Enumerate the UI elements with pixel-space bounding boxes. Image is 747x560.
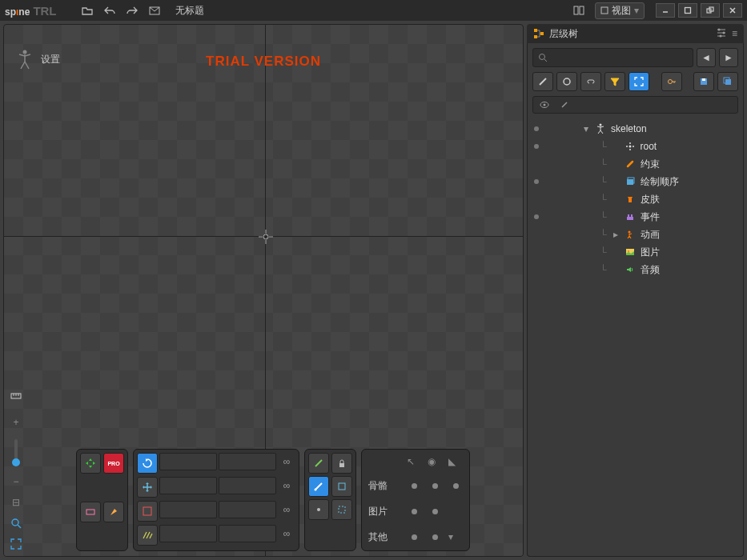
maximize-button[interactable]: [678, 3, 697, 18]
hierarchy-panel: 层级树 ≡ ◄ ►: [527, 24, 744, 557]
pose-tool[interactable]: [308, 476, 329, 497]
root-icon: [625, 141, 636, 152]
compensate-icon[interactable]: [331, 476, 352, 497]
shear-tool[interactable]: [137, 525, 158, 546]
viewport-left-tools: + − ⊟: [9, 391, 23, 551]
link-icon-2[interactable]: ∞: [278, 477, 295, 494]
translate-y-field[interactable]: [219, 477, 276, 494]
tree-row[interactable]: ▾skeleton: [532, 120, 738, 138]
search-input[interactable]: [532, 48, 693, 67]
tool-panels: PRO ∞ ∞: [76, 449, 470, 551]
move-tool[interactable]: [80, 453, 101, 474]
expand-toggle[interactable]: ▾: [582, 123, 590, 134]
zoom-slider[interactable]: [14, 439, 18, 465]
weights-tool[interactable]: [80, 502, 101, 522]
focus-icon[interactable]: [629, 72, 649, 91]
hierarchy-tree[interactable]: ▾skeleton└root└约束└绘制顺序└皮肤└事件└▸动画└图片└音频: [532, 117, 738, 282]
close-button[interactable]: [723, 3, 742, 18]
key-icon[interactable]: [661, 72, 682, 91]
tree-row[interactable]: └约束: [532, 155, 738, 173]
svg-point-54: [629, 146, 631, 148]
transform-panel: PRO: [76, 449, 128, 551]
viewport[interactable]: 设置 TRIAL VERSION + − ⊟ PRO: [3, 24, 524, 557]
toggle-dot[interactable]: [534, 126, 539, 131]
layout-icon[interactable]: [571, 2, 587, 18]
svg-point-37: [719, 34, 721, 37]
mail-icon[interactable]: [147, 2, 163, 18]
tree-row[interactable]: └音频: [532, 261, 738, 278]
vis-images-select[interactable]: [412, 509, 417, 514]
svg-point-13: [23, 50, 27, 54]
tree-row[interactable]: └事件: [532, 208, 738, 226]
bone-tool[interactable]: [308, 453, 329, 474]
undo-icon[interactable]: [102, 2, 118, 18]
link-icon-4[interactable]: ∞: [278, 525, 295, 542]
create-tool[interactable]: [103, 502, 124, 522]
scale-y-field[interactable]: [219, 501, 276, 518]
bone-filter[interactable]: [532, 72, 553, 91]
minimize-button[interactable]: [656, 3, 675, 18]
tree-row[interactable]: └▸动画: [532, 226, 738, 243]
vis-other-select[interactable]: [412, 534, 417, 540]
one-to-one-icon[interactable]: ⊟: [9, 495, 23, 510]
view-dropdown[interactable]: 视图 ▾: [595, 2, 645, 19]
link-icon-3[interactable]: ∞: [278, 501, 295, 518]
tree-row[interactable]: └图片: [532, 243, 738, 261]
rotate-field-2[interactable]: [219, 453, 276, 470]
save-icon[interactable]: [693, 72, 714, 91]
toggle-dot[interactable]: [534, 144, 539, 149]
pro-badge[interactable]: PRO: [103, 453, 124, 474]
toggle-dot[interactable]: [534, 179, 539, 184]
plus-icon[interactable]: +: [9, 415, 23, 430]
scale-x-field[interactable]: [159, 501, 217, 518]
link-icon[interactable]: ∞: [278, 453, 295, 470]
svg-point-57: [629, 142, 631, 144]
menu-icon[interactable]: ≡: [732, 28, 737, 39]
next-button[interactable]: ►: [719, 48, 738, 67]
prev-button[interactable]: ◄: [697, 48, 716, 67]
mode-label[interactable]: 设置: [17, 49, 60, 70]
shear-y-field[interactable]: [219, 525, 276, 542]
slot-filter[interactable]: [556, 72, 577, 91]
link-col-icon[interactable]: [560, 101, 568, 109]
tree-row[interactable]: └绘制顺序: [532, 173, 738, 190]
svg-line-53: [600, 130, 603, 134]
tree-row[interactable]: └root: [532, 138, 738, 155]
shear-x-field[interactable]: [159, 525, 217, 542]
svg-rect-43: [702, 78, 705, 81]
expand-toggle[interactable]: ▸: [612, 229, 620, 240]
hierarchy-title: 层级树: [549, 27, 578, 41]
open-icon[interactable]: [79, 2, 95, 18]
rotate-field[interactable]: [159, 453, 217, 470]
visibility-col-icon[interactable]: [540, 101, 549, 109]
translate-tool[interactable]: [137, 477, 158, 498]
options-icon[interactable]: [308, 499, 329, 520]
attachment-filter[interactable]: [580, 72, 601, 91]
tree-item-label: 皮肤: [641, 193, 660, 206]
app-logo: spιne: [5, 4, 30, 18]
restore-button[interactable]: [701, 3, 720, 18]
vis-other-show[interactable]: [432, 534, 438, 540]
vis-bones-select[interactable]: [412, 483, 417, 489]
vis-bones-show[interactable]: [432, 483, 438, 489]
visibility-panel: ↖ ◉ ◣ 骨骼 图片 其他 ▾: [361, 449, 470, 551]
ruler-icon[interactable]: [9, 391, 23, 406]
minus-icon[interactable]: −: [9, 474, 23, 489]
toggle-dot[interactable]: [534, 214, 539, 219]
save-all-icon[interactable]: [717, 72, 738, 91]
scale-tool[interactable]: [137, 501, 158, 522]
translate-x-field[interactable]: [159, 477, 217, 494]
pose-lock[interactable]: [331, 453, 352, 474]
rotate-tool[interactable]: [137, 453, 158, 474]
bounds-icon[interactable]: [331, 499, 352, 520]
vis-bones-name[interactable]: [453, 483, 459, 489]
settings-icon[interactable]: [716, 28, 727, 40]
fit-icon[interactable]: [9, 537, 23, 551]
svg-line-39: [544, 59, 547, 62]
tree-row[interactable]: └皮肤: [532, 190, 738, 208]
svg-line-52: [598, 130, 600, 134]
vis-images-show[interactable]: [432, 509, 438, 514]
filter-icon[interactable]: [604, 72, 625, 91]
redo-icon[interactable]: [124, 2, 140, 18]
zoom-icon[interactable]: [9, 516, 23, 530]
